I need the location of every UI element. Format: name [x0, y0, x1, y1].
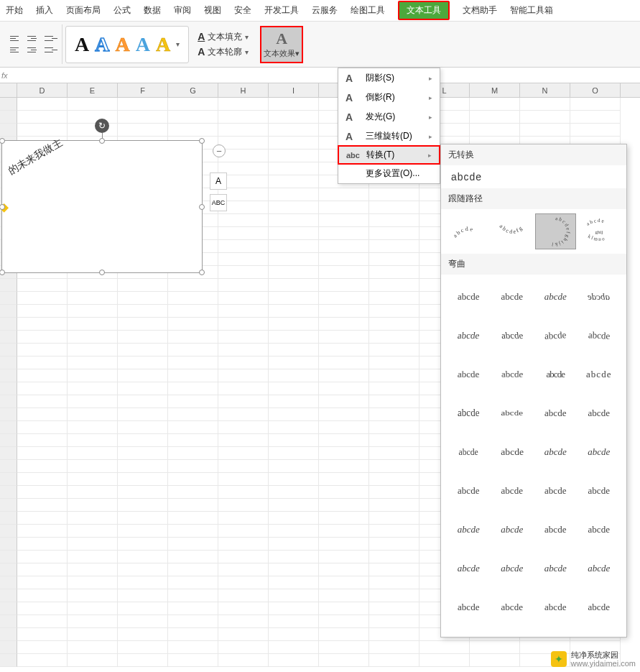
warp-option[interactable]: abcde: [492, 589, 533, 625]
warp-option[interactable]: abcde: [492, 356, 533, 392]
menu-dev-tools[interactable]: 开发工具: [264, 4, 299, 17]
align-top-center[interactable]: [27, 34, 40, 44]
col-header[interactable]: M: [470, 83, 520, 97]
col-header[interactable]: G: [168, 83, 218, 97]
corner-cell[interactable]: [0, 83, 17, 97]
path-circle[interactable]: a b c d e f g h i j k l: [535, 213, 576, 249]
effect-reflection[interactable]: A 倒影(R) ▸: [338, 88, 440, 107]
text-outline-button[interactable]: A 文本轮廓 ▾: [198, 46, 249, 58]
wordart-gallery[interactable]: A A A A A ▾: [65, 26, 189, 63]
path-button[interactable]: a b c d eghijk l m n o: [579, 213, 620, 249]
warp-option[interactable]: abcde: [535, 473, 576, 509]
wordart-style-3[interactable]: A: [115, 33, 129, 56]
col-header[interactable]: F: [118, 83, 168, 97]
warp-option[interactable]: abcde: [492, 395, 533, 431]
warp-option[interactable]: abcde: [535, 279, 576, 315]
align-bottom-center[interactable]: [27, 45, 40, 55]
menu-smart-toolbox[interactable]: 智能工具箱: [510, 4, 553, 17]
col-header[interactable]: H: [218, 83, 269, 97]
col-header[interactable]: D: [17, 83, 68, 97]
side-tool-abc[interactable]: ABC: [210, 194, 227, 211]
wordart-style-4[interactable]: A: [136, 33, 150, 56]
text-effect-button[interactable]: A 文本效果▾: [260, 26, 303, 63]
warp-option[interactable]: abcde: [492, 318, 533, 354]
resize-handle-tr[interactable]: [199, 138, 205, 144]
menu-start[interactable]: 开始: [6, 4, 23, 17]
resize-handle-tl[interactable]: [0, 138, 5, 144]
col-header[interactable]: I: [269, 83, 319, 97]
warp-option[interactable]: abcde: [579, 551, 620, 586]
warp-option[interactable]: abcde: [448, 473, 489, 509]
menu-drawing-tools[interactable]: 绘图工具: [351, 4, 385, 17]
menu-doc-assistant[interactable]: 文档助手: [463, 4, 497, 17]
path-arch-up[interactable]: a b c d e: [448, 213, 489, 249]
warp-option[interactable]: abcde: [535, 318, 576, 354]
align-bottom-left[interactable]: [10, 45, 23, 55]
menu-security[interactable]: 安全: [234, 4, 251, 17]
warp-option[interactable]: abcde: [535, 512, 576, 548]
effect-transform[interactable]: abc 转换(T) ▸: [338, 145, 440, 165]
warp-option[interactable]: abcde: [492, 512, 533, 548]
warp-option[interactable]: abcde: [448, 512, 489, 548]
warp-option[interactable]: abcde: [535, 551, 576, 586]
warp-option[interactable]: abcde: [492, 473, 533, 509]
align-top-right[interactable]: [45, 34, 57, 44]
align-bottom-right[interactable]: [45, 45, 57, 55]
menu-review[interactable]: 审阅: [174, 4, 191, 17]
warp-option[interactable]: abcde: [492, 434, 533, 470]
wordart-style-1[interactable]: A: [75, 33, 89, 56]
rotate-handle[interactable]: ↻: [95, 119, 109, 133]
text-fill-button[interactable]: A 文本填充 ▾: [198, 31, 249, 43]
zoom-out-button[interactable]: −: [213, 144, 226, 157]
col-header[interactable]: E: [68, 83, 118, 97]
warp-option[interactable]: abcde: [448, 589, 489, 625]
effect-more-settings[interactable]: 更多设置(O)...: [338, 164, 440, 183]
resize-handle-t[interactable]: [99, 138, 105, 144]
warp-option[interactable]: abcde: [579, 473, 620, 509]
warp-option[interactable]: abcde: [579, 395, 620, 431]
resize-handle-r[interactable]: [199, 204, 205, 210]
menu-data[interactable]: 数据: [144, 4, 161, 17]
col-header[interactable]: O: [570, 83, 621, 97]
wordart-style-5[interactable]: A: [156, 33, 170, 56]
effect-shadow[interactable]: A 阴影(S) ▸: [338, 68, 440, 88]
menu-view[interactable]: 视图: [204, 4, 221, 17]
resize-handle-br[interactable]: [199, 270, 205, 275]
align-top-left[interactable]: [10, 34, 23, 44]
warp-option[interactable]: abcde: [579, 589, 620, 625]
textbox-container[interactable]: ↻ 的未来我做主: [1, 140, 203, 273]
side-tool-a[interactable]: A: [210, 172, 227, 190]
effect-3d-rotation[interactable]: A 三维旋转(D) ▸: [338, 126, 440, 146]
menu-page-layout[interactable]: 页面布局: [66, 4, 101, 17]
warp-option[interactable]: abcde: [535, 395, 576, 431]
resize-handle-l[interactable]: [0, 204, 5, 210]
warp-option[interactable]: abcde: [448, 279, 489, 315]
warp-option[interactable]: abcde: [448, 434, 489, 470]
warp-option[interactable]: abcde: [579, 356, 620, 392]
warp-option[interactable]: abcde: [579, 318, 620, 354]
effect-glow[interactable]: A 发光(G) ▸: [338, 107, 440, 126]
menu-text-tools[interactable]: 文本工具: [398, 1, 450, 20]
menu-insert[interactable]: 插入: [36, 4, 53, 17]
no-transform-option[interactable]: abcde: [441, 165, 626, 188]
path-arch-down[interactable]: a b c d e f g: [492, 213, 533, 249]
resize-handle-b[interactable]: [99, 270, 105, 275]
warp-option[interactable]: abcde: [535, 434, 576, 470]
menu-formula[interactable]: 公式: [113, 4, 131, 17]
warp-option[interactable]: abcde: [492, 279, 533, 315]
warp-option[interactable]: abcde: [448, 395, 489, 431]
warp-option[interactable]: abcde: [579, 279, 620, 315]
col-header[interactable]: N: [520, 83, 570, 97]
menu-cloud[interactable]: 云服务: [312, 4, 338, 17]
wordart-style-2[interactable]: A: [95, 33, 109, 56]
wordart-more-icon[interactable]: ▾: [176, 40, 180, 48]
warp-option[interactable]: abcde: [535, 589, 576, 625]
warp-option[interactable]: abcde: [492, 551, 533, 586]
warp-option[interactable]: abcde: [448, 551, 489, 586]
warp-option[interactable]: abcde: [579, 434, 620, 470]
warp-option[interactable]: abcde: [535, 356, 576, 392]
warp-option[interactable]: abcde: [448, 318, 489, 354]
textbox[interactable]: 的未来我做主: [1, 140, 203, 273]
warp-option[interactable]: abcde: [579, 512, 620, 548]
warp-option[interactable]: abcde: [448, 356, 489, 392]
